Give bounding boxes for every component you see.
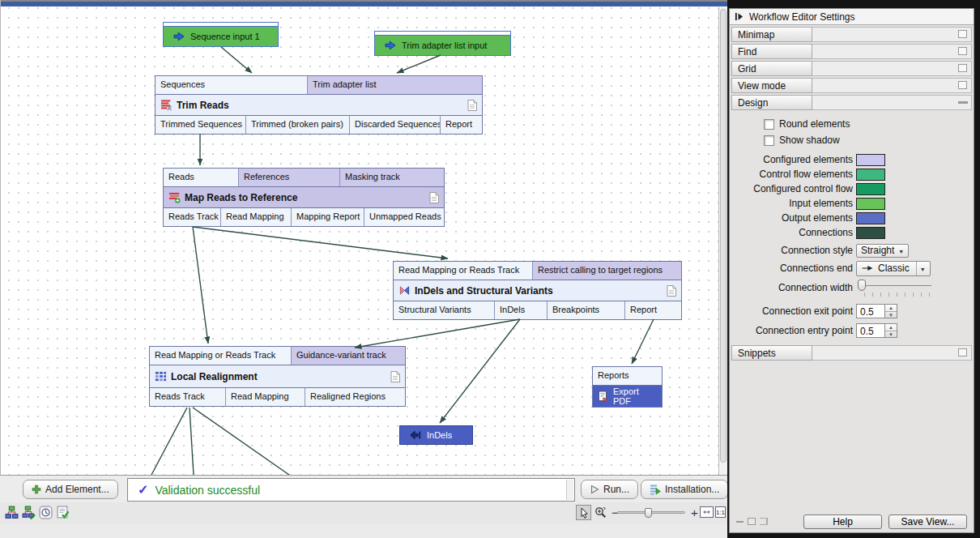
- section-label[interactable]: Find: [731, 44, 812, 59]
- output-port[interactable]: Trimmed (broken pairs): [246, 116, 350, 134]
- workflow-view-icon[interactable]: [5, 506, 19, 519]
- control-flow-elements-swatch[interactable]: [856, 169, 885, 181]
- scrollbar-thumb[interactable]: [720, 9, 726, 463]
- validation-report-icon[interactable]: [56, 506, 70, 519]
- node-export-pdf[interactable]: Reports Export PDF: [592, 366, 663, 408]
- report-doc-icon[interactable]: [390, 371, 400, 382]
- pointer-tool-button[interactable]: [576, 505, 591, 520]
- output-port[interactable]: Report: [441, 116, 482, 134]
- input-port[interactable]: References: [239, 169, 340, 186]
- section-design[interactable]: Design: [731, 95, 972, 110]
- show-shadow-checkbox[interactable]: [764, 135, 774, 146]
- collapse-icon[interactable]: [958, 81, 967, 89]
- node-sequence-input[interactable]: Sequence input 1: [163, 22, 279, 47]
- configured-control-flow-swatch[interactable]: [856, 183, 885, 195]
- section-snippets[interactable]: Snippets: [731, 345, 972, 361]
- connection-width-slider[interactable]: [856, 279, 933, 297]
- section-label[interactable]: Snippets: [731, 345, 812, 361]
- zoom-slider-thumb[interactable]: [645, 508, 652, 518]
- run-button[interactable]: Run...: [581, 480, 638, 499]
- input-elements-swatch[interactable]: [856, 198, 885, 210]
- node-map-reads-to-reference[interactable]: Reads References Masking track Map Reads…: [163, 168, 445, 227]
- output-port[interactable]: Reads Track: [150, 388, 226, 406]
- section-label[interactable]: Grid: [731, 61, 812, 76]
- report-doc-icon[interactable]: [467, 100, 477, 111]
- connections-end-dropdown[interactable]: Classic: [856, 261, 931, 276]
- output-port[interactable]: Structural Variants: [394, 301, 495, 319]
- connection-entry-spinner[interactable]: 0.5 ▲▼: [856, 323, 897, 338]
- node-trim-adapter-list-input[interactable]: Trim adapter list input: [374, 31, 511, 56]
- report-doc-icon[interactable]: [429, 192, 439, 203]
- collapse-icon[interactable]: [958, 47, 967, 55]
- collapse-icon[interactable]: [958, 64, 967, 72]
- collapse-icon[interactable]: [958, 30, 967, 38]
- section-find[interactable]: Find: [731, 44, 972, 59]
- panel-header[interactable]: Workflow Editor Settings: [730, 9, 974, 25]
- output-port[interactable]: InDels: [495, 301, 548, 319]
- node-trim-reads[interactable]: Sequences Trim adapter list Trim Reads T…: [155, 75, 483, 134]
- history-icon[interactable]: [39, 506, 53, 519]
- input-port[interactable]: Guidance-variant track: [292, 347, 405, 365]
- expanded-icon[interactable]: [958, 101, 968, 104]
- section-label[interactable]: View mode: [731, 78, 812, 93]
- output-port[interactable]: Read Mapping: [226, 388, 305, 406]
- slider-thumb[interactable]: [858, 280, 866, 291]
- section-grid[interactable]: Grid: [731, 61, 972, 76]
- output-port[interactable]: Mapping Report: [292, 208, 364, 226]
- collapse-all-icon[interactable]: [736, 521, 744, 523]
- output-port[interactable]: Trimmed Sequences: [156, 116, 246, 134]
- collapse-icon[interactable]: [958, 348, 967, 357]
- connection-style-dropdown[interactable]: Straight: [856, 244, 909, 258]
- save-view-button[interactable]: Save View...: [888, 515, 967, 529]
- report-doc-icon[interactable]: [667, 285, 676, 297]
- input-port[interactable]: Restrict calling to target regions: [533, 262, 681, 280]
- section-label[interactable]: Minimap: [731, 27, 812, 42]
- output-elements-swatch[interactable]: [856, 212, 885, 224]
- input-port[interactable]: Reads: [164, 169, 239, 186]
- help-button[interactable]: Help: [803, 515, 882, 529]
- connections-swatch[interactable]: [856, 227, 885, 239]
- validation-scrollbar[interactable]: [566, 480, 573, 500]
- node-label: Export PDF: [613, 386, 657, 406]
- workflow-edit-icon[interactable]: [22, 506, 36, 519]
- dropdown-button[interactable]: [916, 262, 926, 275]
- input-port[interactable]: Read Mapping or Reads Track: [394, 262, 533, 280]
- input-port[interactable]: Trim adapter list: [308, 76, 482, 94]
- fit-width-button[interactable]: [700, 506, 714, 518]
- section-minimap[interactable]: Minimap: [731, 27, 972, 42]
- zoom-slider[interactable]: [617, 511, 685, 514]
- input-port[interactable]: Sequences: [156, 76, 308, 94]
- section-view-mode[interactable]: View mode: [731, 78, 972, 93]
- output-port[interactable]: Realigned Regions: [305, 388, 405, 406]
- node-indels-structural-variants[interactable]: Read Mapping or Reads Track Restrict cal…: [393, 261, 682, 320]
- add-element-button[interactable]: Add Element...: [23, 480, 118, 499]
- dock-panel-icon[interactable]: [760, 518, 768, 525]
- connection-exit-spinner[interactable]: 0.5 ▲▼: [856, 304, 897, 318]
- output-port[interactable]: Breakpoints: [548, 301, 625, 319]
- expand-all-icon[interactable]: [748, 518, 756, 525]
- node-indels-output[interactable]: InDels: [399, 425, 473, 445]
- actual-size-button[interactable]: 1:1: [715, 506, 726, 518]
- spinner-buttons[interactable]: ▲▼: [885, 304, 897, 318]
- round-elements-checkbox[interactable]: [764, 119, 774, 130]
- output-port[interactable]: Reads Track: [164, 208, 221, 226]
- output-port[interactable]: Report: [625, 301, 681, 319]
- section-label[interactable]: Design: [731, 95, 812, 110]
- input-port[interactable]: Masking track: [340, 169, 444, 186]
- zoom-tool-button[interactable]: [593, 505, 608, 520]
- output-port[interactable]: Unmapped Reads: [364, 208, 444, 226]
- node-local-realignment[interactable]: Read Mapping or Reads Track Guidance-var…: [149, 346, 406, 407]
- installation-button[interactable]: Installation...: [641, 480, 728, 499]
- connection-entry-row: Connection entry point 0.5 ▲▼: [730, 322, 974, 339]
- sidebar-collapse-icon[interactable]: [735, 12, 744, 21]
- output-port[interactable]: Discarded Sequences: [350, 116, 441, 134]
- input-port[interactable]: Reports: [593, 367, 662, 385]
- canvas-vertical-scrollbar[interactable]: [718, 7, 727, 475]
- output-port[interactable]: Read Mapping: [221, 208, 292, 226]
- spinner-buttons[interactable]: ▲▼: [885, 323, 897, 338]
- workflow-canvas[interactable]: Sequence input 1 Trim adapter list input…: [0, 0, 727, 475]
- spinner-value[interactable]: 0.5: [856, 323, 885, 338]
- spinner-value[interactable]: 0.5: [856, 304, 885, 318]
- configured-elements-swatch[interactable]: [856, 154, 885, 166]
- input-port[interactable]: Read Mapping or Reads Track: [150, 347, 292, 365]
